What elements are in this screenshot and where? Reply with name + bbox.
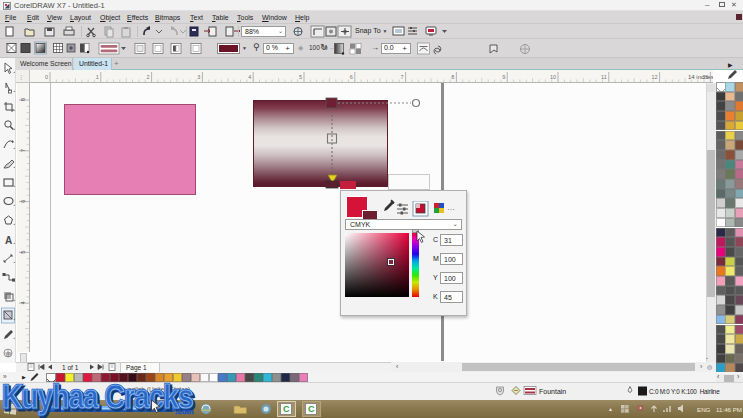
svg-text:.com: .com [175, 407, 194, 416]
svg-text:A: A [5, 235, 12, 246]
svg-text:Kuyhaa Cracks: Kuyhaa Cracks [2, 378, 193, 416]
